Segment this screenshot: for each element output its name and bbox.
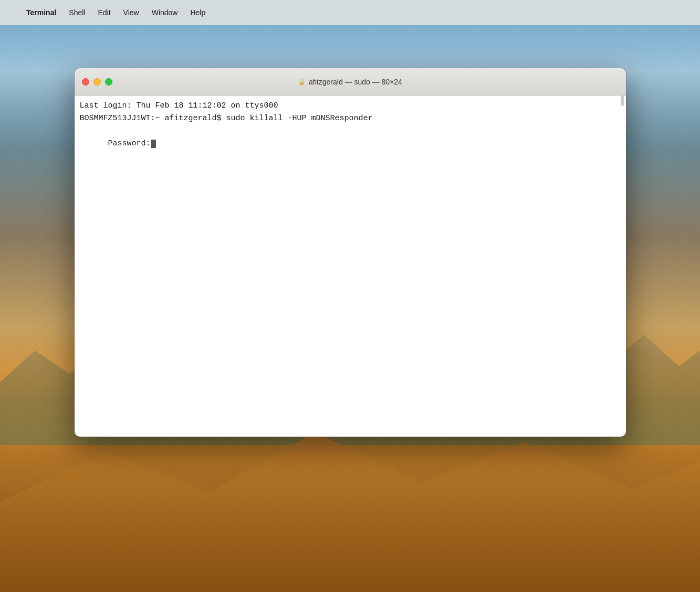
lock-icon: 🔒 [298,78,306,86]
terminal-line-3: Password: [80,125,621,163]
terminal-line-2: BOSMMFZ513JJ1WT:~ afitzgerald$ sudo kill… [80,112,621,125]
terminal-line-1: Last login: Thu Feb 18 11:12:02 on ttys0… [80,100,621,112]
minimize-button[interactable] [93,78,101,86]
scrollbar[interactable] [621,96,624,106]
terminal-titlebar: 🔒 afitzgerald — sudo — 80×24 [75,68,626,96]
window-controls [82,78,112,86]
help-menu[interactable]: Help [185,6,211,19]
terminal-window: 🔒 afitzgerald — sudo — 80×24 Last login:… [75,68,626,437]
maximize-button[interactable] [105,78,112,86]
apple-menu[interactable] [8,10,19,15]
terminal-menu[interactable]: Terminal [21,6,61,19]
terminal-content[interactable]: Last login: Thu Feb 18 11:12:02 on ttys0… [75,96,626,437]
title-text: afitzgerald — sudo — 80×24 [309,78,402,86]
view-menu[interactable]: View [118,6,144,19]
close-button[interactable] [82,78,89,86]
password-prompt: Password: [108,139,151,148]
window-menu[interactable]: Window [147,6,183,19]
window-title: 🔒 afitzgerald — sudo — 80×24 [298,78,402,86]
edit-menu[interactable]: Edit [92,6,116,19]
shell-menu[interactable]: Shell [64,6,90,19]
menubar: Terminal Shell Edit View Window Help [0,0,700,25]
terminal-cursor [151,140,156,148]
